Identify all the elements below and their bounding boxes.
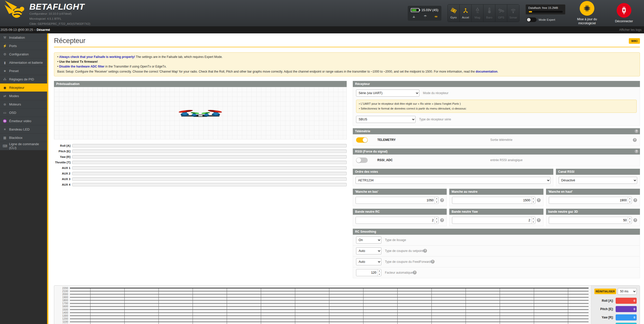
- usb-disconnect-icon: [617, 3, 631, 18]
- stepper-arrows[interactable]: ▲▼: [435, 197, 438, 204]
- help-icon[interactable]: ?: [633, 218, 637, 222]
- firmware-update-button[interactable]: Mise à jour du micrologiciel: [572, 1, 602, 26]
- wiki-button[interactable]: WIKI: [629, 38, 640, 44]
- stick-value-field[interactable]: ▲▼: [549, 197, 632, 204]
- stepper-up-icon[interactable]: ▲: [628, 217, 632, 221]
- model-preview-canvas[interactable]: [54, 87, 347, 139]
- note-link[interactable]: Disable the hardware ADC filter: [59, 65, 105, 68]
- help-icon[interactable]: ?: [423, 249, 427, 253]
- stepper-arrows[interactable]: ▲▼: [531, 197, 535, 204]
- sidebar-item-ligne-de-commande-cli-[interactable]: ⌨Ligne de commande (CLI): [0, 142, 47, 150]
- stepper-arrows[interactable]: ▲▼: [628, 217, 632, 224]
- stick-value-field-input[interactable]: [356, 217, 435, 224]
- stepper-arrows[interactable]: ▲▼: [377, 269, 381, 276]
- sensor-accel[interactable]: Accel: [460, 5, 472, 22]
- stepper-arrows[interactable]: ▲▼: [531, 217, 535, 224]
- help-icon[interactable]: ?: [440, 198, 444, 202]
- channel-order-select[interactable]: AETR1234: [356, 177, 551, 184]
- stick-value-field[interactable]: ▲▼: [356, 217, 439, 224]
- motor-icon: ⊛: [3, 102, 7, 106]
- help-icon[interactable]: ?: [633, 138, 637, 142]
- help-icon[interactable]: ?: [440, 218, 444, 222]
- sidebar-item-r-cepteur[interactable]: ◉Récepteur: [0, 83, 47, 92]
- stick-value-field[interactable]: ▲▼: [452, 217, 535, 224]
- sidebar-item-ports[interactable]: ⚡Ports: [0, 42, 47, 50]
- sidebar-item-alimentation-et-batterie[interactable]: ▮Alimentation et batterie: [0, 58, 47, 67]
- sidebar-item-modes[interactable]: ⇄Modes: [0, 92, 47, 100]
- stepper-up-icon[interactable]: ▲: [435, 217, 438, 221]
- stick-value-field[interactable]: ▲▼: [452, 197, 535, 204]
- stepper-up-icon[interactable]: ▲: [628, 197, 632, 201]
- receiver-mode-select[interactable]: Série (via UART): [356, 90, 419, 97]
- chip-icon: [580, 1, 594, 16]
- serial-provider-select[interactable]: SBUS: [356, 116, 416, 123]
- stepper-arrows[interactable]: ▲▼: [435, 217, 438, 224]
- stick-setting-header: Bande neutre RC: [353, 209, 447, 215]
- rc-smoothing-select[interactable]: Auto: [356, 258, 381, 265]
- help-icon[interactable]: ?: [537, 198, 541, 202]
- help-icon[interactable]: ?: [635, 149, 638, 153]
- sidebar-item-osd[interactable]: ▭OSD: [0, 109, 47, 117]
- help-icon[interactable]: ?: [431, 260, 435, 264]
- stepper-down-icon[interactable]: ▼: [378, 273, 381, 276]
- sidebar-item-configuration[interactable]: ⚙Configuration: [0, 50, 47, 58]
- stepper-arrows[interactable]: ▲▼: [628, 197, 632, 204]
- sidebar-item--metteur-vid-o[interactable]: ♒Émetteur vidéo: [0, 117, 47, 125]
- telemetry-toggle[interactable]: [356, 137, 368, 143]
- sensor-mag[interactable]: NMag: [472, 5, 483, 22]
- show-logs-link[interactable]: Afficher les logs: [619, 28, 641, 32]
- channel-row: Pitch [E]: [54, 148, 347, 154]
- rc-smoothing-select[interactable]: On: [356, 236, 381, 244]
- sidebar-item-moteurs[interactable]: ⊛Moteurs: [0, 100, 47, 109]
- stick-value-field[interactable]: ▲▼: [549, 217, 632, 224]
- refresh-reset-button[interactable]: RÉINITIALISER: [594, 289, 616, 294]
- stick-value-field[interactable]: ▲▼: [356, 197, 439, 204]
- help-icon[interactable]: ?: [413, 271, 417, 274]
- sidebar-item-label: Configuration: [9, 52, 29, 56]
- stepper-down-icon[interactable]: ▼: [532, 220, 535, 224]
- rc-smoothing-select[interactable]: Auto: [356, 247, 381, 254]
- svg-text:1500: 1500: [62, 308, 68, 311]
- help-icon[interactable]: ?: [633, 198, 637, 202]
- sidebar-item-preset[interactable]: ★Preset: [0, 67, 47, 75]
- stick-value-field-input[interactable]: [452, 197, 531, 204]
- note-link[interactable]: Always check that your Failsafe is worki…: [59, 55, 135, 59]
- note-link[interactable]: documentation: [476, 70, 497, 73]
- stick-setting-header: Bande neutre Yaw: [449, 209, 543, 215]
- rssi-channel-select[interactable]: Désactivé: [559, 177, 637, 184]
- stepper-up-icon[interactable]: ▲: [435, 197, 438, 201]
- target-name: Cible: GEPR/GEPRC_F722_AIO(STM32F7X2): [29, 22, 90, 26]
- stepper-down-icon[interactable]: ▼: [532, 200, 535, 204]
- rssi-adc-toggle[interactable]: [356, 158, 368, 163]
- channel-label: AUX 1: [54, 166, 72, 169]
- help-icon[interactable]: ?: [635, 129, 638, 133]
- disconnect-button[interactable]: Déconnecter: [609, 3, 639, 23]
- stick-value-field-input[interactable]: [549, 197, 628, 204]
- sidebar-item-bandeau-led[interactable]: ☀Bandeau LED: [0, 125, 47, 134]
- stepper-up-icon[interactable]: ▲: [532, 197, 535, 201]
- note-line: • L'UART pour le récepteur doit être rég…: [359, 101, 634, 106]
- sensor-gps[interactable]: GPS: [495, 5, 507, 22]
- sidebar-item-r-glages-de-pid[interactable]: ⁂Réglages de PID: [0, 75, 47, 83]
- stepper-down-icon[interactable]: ▼: [435, 220, 438, 224]
- stepper-down-icon[interactable]: ▼: [628, 200, 632, 204]
- sensor-gyro[interactable]: Gyro: [448, 5, 460, 22]
- refresh-interval-select[interactable]: 50 ms: [618, 288, 637, 295]
- sidebar-item-installation[interactable]: ⚒Installation: [0, 33, 47, 42]
- stepper-up-icon[interactable]: ▲: [532, 217, 535, 221]
- stepper-down-icon[interactable]: ▼: [435, 200, 438, 204]
- rc-smoothing-number-input[interactable]: [356, 269, 377, 276]
- channel-value-bar: [72, 155, 347, 159]
- sidebar-item-blackbox[interactable]: ▦Blackbox: [0, 134, 47, 142]
- expert-mode-toggle[interactable]: [526, 17, 537, 22]
- stepper-down-icon[interactable]: ▼: [628, 220, 632, 224]
- stick-value-field-input[interactable]: [356, 197, 435, 204]
- help-icon[interactable]: ?: [537, 218, 541, 222]
- stick-value-field-input[interactable]: [452, 217, 531, 224]
- rc-smoothing-label: Type de lissage: [385, 238, 406, 242]
- sensor-sonar[interactable]: Sonar: [507, 5, 519, 22]
- stick-value-field-input[interactable]: [549, 217, 628, 224]
- stepper-up-icon[interactable]: ▲: [378, 269, 381, 273]
- rc-smoothing-number[interactable]: ▲▼: [356, 269, 381, 276]
- sensor-baro[interactable]: Baro: [483, 5, 495, 22]
